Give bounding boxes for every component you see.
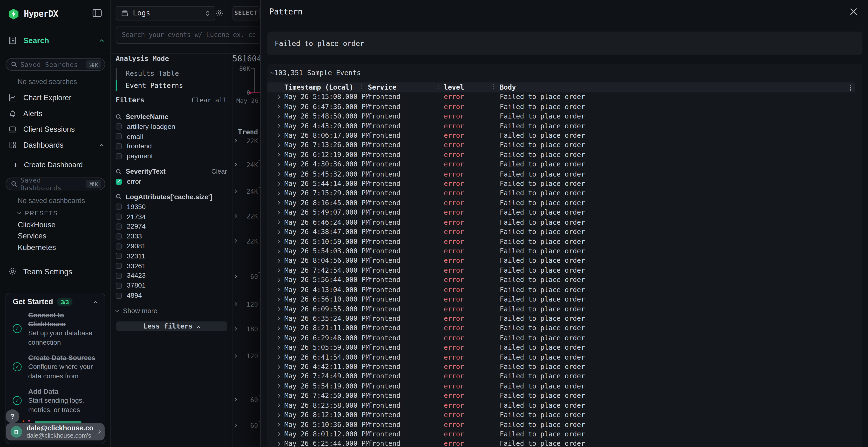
filter-checkbox-row[interactable]: frontend	[116, 141, 227, 151]
row-expand-chevron-icon[interactable]	[276, 230, 280, 234]
event-row[interactable]: May 26 5:49:07.000 PMfrontenderrorFailed…	[267, 208, 855, 217]
filter-checkbox-row[interactable]: 4894	[116, 290, 227, 300]
filter-checkbox-row[interactable]: payment	[116, 151, 227, 161]
checkbox-unchecked[interactable]	[116, 143, 122, 149]
row-expand-chevron-icon[interactable]	[276, 259, 280, 263]
user-menu[interactable]: D dale@clickhouse.com dale@clickhouse.co…	[6, 423, 105, 440]
event-row[interactable]: May 26 4:42:11.000 PMfrontenderrorFailed…	[267, 362, 855, 372]
pattern-trend-row[interactable]: 22K	[234, 212, 262, 220]
event-row[interactable]: May 26 8:01:12.000 PMfrontenderrorFailed…	[267, 429, 855, 439]
row-expand-chevron-icon[interactable]	[276, 134, 280, 138]
event-row[interactable]: May 26 8:23:58.000 PMfrontenderrorFailed…	[267, 401, 855, 410]
saved-dashboards-input[interactable]: Saved Dashboards ⌘K	[5, 177, 105, 190]
row-expand-chevron-icon[interactable]	[276, 249, 280, 253]
checkbox-unchecked[interactable]	[116, 273, 122, 279]
show-more-button[interactable]: Show more	[116, 306, 227, 316]
checkbox-unchecked[interactable]	[116, 204, 122, 210]
row-expand-chevron-icon[interactable]	[276, 394, 280, 398]
row-expand-chevron-icon[interactable]	[276, 114, 280, 118]
filter-checkbox-row[interactable]: 21734	[116, 212, 227, 221]
search-icon[interactable]	[116, 169, 122, 175]
event-row[interactable]: May 26 6:29:48.000 PMfrontenderrorFailed…	[267, 333, 855, 343]
row-expand-chevron-icon[interactable]	[276, 432, 280, 436]
event-row[interactable]: May 26 5:48:50.000 PMfrontenderrorFailed…	[267, 111, 855, 121]
checkbox-unchecked[interactable]	[116, 293, 122, 299]
pattern-trend-row[interactable]: 24K	[234, 187, 262, 195]
get-started-item[interactable]: ✓Add DataStart sending logs, metrics, or…	[28, 387, 100, 414]
filter-checkbox-row[interactable]: 34423	[116, 271, 227, 281]
pattern-trend-row[interactable]: 120	[234, 300, 262, 308]
event-row[interactable]: May 26 8:06:17.000 PMfrontenderrorFailed…	[267, 131, 855, 140]
row-expand-chevron-icon[interactable]	[276, 413, 280, 417]
event-row[interactable]: May 26 7:24:49.000 PMfrontenderrorFailed…	[267, 372, 855, 381]
row-expand-chevron-icon[interactable]	[276, 336, 280, 340]
row-expand-chevron-icon[interactable]	[276, 220, 280, 224]
row-expand-chevron-icon[interactable]	[276, 442, 280, 446]
checkbox-unchecked[interactable]	[116, 153, 122, 159]
checkbox-unchecked[interactable]	[116, 282, 122, 288]
pattern-trend-row[interactable]: 22K	[234, 237, 262, 245]
event-row[interactable]: May 26 8:12:10.000 PMfrontenderrorFailed…	[267, 410, 855, 420]
event-row[interactable]: May 26 7:13:26.000 PMfrontenderrorFailed…	[267, 140, 855, 150]
row-expand-chevron-icon[interactable]	[276, 95, 280, 99]
column-resize-handle[interactable]	[438, 84, 438, 90]
row-expand-chevron-icon[interactable]	[276, 355, 280, 359]
event-row[interactable]: May 26 8:16:45.000 PMfrontenderrorFailed…	[267, 198, 855, 208]
checkbox-checked[interactable]: ✓	[116, 178, 122, 184]
event-row[interactable]: May 26 5:45:32.000 PMfrontenderrorFailed…	[267, 169, 855, 179]
sidebar-collapse-icon[interactable]	[92, 9, 102, 17]
filter-checkbox-row[interactable]: 2333	[116, 232, 227, 241]
checkbox-unchecked[interactable]	[116, 253, 122, 259]
filter-checkbox-row[interactable]: 19350	[116, 202, 227, 212]
row-expand-chevron-icon[interactable]	[276, 326, 280, 330]
row-expand-chevron-icon[interactable]	[276, 288, 280, 291]
sidebar-item-team-settings[interactable]: Team Settings	[8, 265, 72, 278]
row-expand-chevron-icon[interactable]	[276, 298, 280, 301]
checkbox-unchecked[interactable]	[116, 214, 122, 220]
sidebar-item-search[interactable]: Search	[8, 36, 103, 45]
pattern-trend-row[interactable]: 60	[234, 396, 262, 404]
event-row[interactable]: May 26 6:56:10.000 PMfrontenderrorFailed…	[267, 295, 855, 304]
clear-all-button[interactable]: Clear all	[192, 96, 227, 104]
pattern-trend-row[interactable]: 24K	[234, 161, 262, 169]
less-filters-button[interactable]: Less filters	[116, 321, 227, 332]
event-row[interactable]: May 26 5:15:08.000 PMfrontenderrorFailed…	[267, 92, 855, 102]
get-started-item[interactable]: ✓Create Data SourcesConfigure where your…	[28, 353, 100, 381]
preset-kubernetes[interactable]: Kubernetes	[18, 243, 56, 251]
row-expand-chevron-icon[interactable]	[276, 346, 280, 349]
event-row[interactable]: May 26 6:41:54.000 PMfrontenderrorFailed…	[267, 352, 855, 362]
row-expand-chevron-icon[interactable]	[276, 211, 280, 215]
filter-clear-button[interactable]: Clear	[212, 168, 227, 175]
row-expand-chevron-icon[interactable]	[276, 105, 280, 109]
event-row[interactable]: May 26 5:10:59.000 PMfrontenderrorFailed…	[267, 237, 855, 246]
preset-clickhouse[interactable]: ClickHouse	[18, 220, 56, 229]
row-expand-chevron-icon[interactable]	[276, 153, 280, 157]
pattern-trend-row[interactable]: 60	[234, 272, 262, 280]
row-expand-chevron-icon[interactable]	[276, 143, 280, 147]
mode-event-patterns[interactable]: Event Patterns	[116, 80, 226, 92]
row-expand-chevron-icon[interactable]	[276, 201, 280, 205]
pattern-trend-row[interactable]: 120	[234, 352, 262, 360]
search-icon[interactable]	[116, 194, 122, 200]
create-dashboard-button[interactable]: + Create Dashboard	[13, 159, 83, 170]
get-started-item[interactable]: ✓Connect to ClickHouseSet up your databa…	[28, 311, 100, 347]
row-expand-chevron-icon[interactable]	[276, 278, 280, 282]
checkbox-unchecked[interactable]	[116, 133, 122, 139]
checkbox-unchecked[interactable]	[116, 263, 122, 269]
event-row[interactable]: May 26 7:42:50.000 PMfrontenderrorFailed…	[267, 391, 855, 401]
row-expand-chevron-icon[interactable]	[276, 384, 280, 388]
chevron-up-icon[interactable]	[94, 301, 97, 305]
row-expand-chevron-icon[interactable]	[276, 317, 280, 320]
event-row[interactable]: May 26 6:09:55.000 PMfrontenderrorFailed…	[267, 304, 855, 314]
row-expand-chevron-icon[interactable]	[276, 375, 280, 378]
filter-checkbox-row[interactable]: 32311	[116, 251, 227, 261]
row-expand-chevron-icon[interactable]	[276, 403, 280, 407]
pattern-trend-row[interactable]: 180	[234, 325, 262, 333]
row-expand-chevron-icon[interactable]	[276, 192, 280, 195]
column-resize-handle[interactable]	[493, 84, 494, 90]
logo[interactable]: HyperDX	[8, 7, 58, 21]
presets-toggle[interactable]: PRESETS	[18, 209, 58, 217]
event-row[interactable]: May 26 5:05:59.000 PMfrontenderrorFailed…	[267, 343, 855, 352]
row-expand-chevron-icon[interactable]	[276, 365, 280, 369]
preset-services[interactable]: Services	[18, 232, 46, 240]
